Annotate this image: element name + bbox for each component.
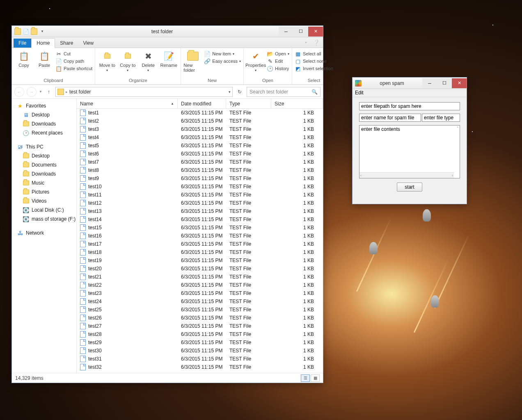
file-row[interactable]: test86/3/2015 11:15 PMTEST File1 KB: [77, 166, 323, 174]
tab-home[interactable]: Home: [31, 38, 55, 48]
file-row[interactable]: test186/3/2015 11:15 PMTEST File1 KB: [77, 248, 323, 256]
forward-button[interactable]: →: [27, 87, 37, 97]
scroll-up-icon[interactable]: ˄: [457, 126, 459, 130]
file-row[interactable]: test46/3/2015 11:15 PMTEST File1 KB: [77, 133, 323, 142]
sidebar-network[interactable]: 🖧Network: [14, 228, 75, 237]
file-row[interactable]: test16/3/2015 11:15 PMTEST File1 KB: [77, 109, 323, 117]
easy-access-button[interactable]: 🔗Easy access ▾: [204, 58, 241, 64]
explorer-titlebar[interactable]: 📄 ▼ test folder ─ ☐ ✕: [12, 26, 323, 37]
up-button[interactable]: ↑: [45, 89, 53, 95]
properties-icon[interactable]: 📄: [23, 28, 29, 35]
file-row[interactable]: test126/3/2015 11:15 PMTEST File1 KB: [77, 199, 323, 207]
file-row[interactable]: test276/3/2015 11:15 PMTEST File1 KB: [77, 322, 323, 330]
move-to-button[interactable]: Move to▾: [98, 50, 117, 72]
maximize-button[interactable]: ☐: [437, 78, 452, 88]
file-row[interactable]: test316/3/2015 11:15 PMTEST File1 KB: [77, 355, 323, 363]
file-row[interactable]: test196/3/2015 11:15 PMTEST File1 KB: [77, 256, 323, 265]
new-item-button[interactable]: 📄New item ▾: [204, 50, 241, 57]
file-row[interactable]: test286/3/2015 11:15 PMTEST File1 KB: [77, 330, 323, 338]
address-dropdown-icon[interactable]: ▾: [229, 90, 231, 94]
file-row[interactable]: test246/3/2015 11:15 PMTEST File1 KB: [77, 297, 323, 306]
sidebar-item-drive-f[interactable]: 💽mass of storage (F:): [14, 215, 75, 224]
file-row[interactable]: test66/3/2015 11:15 PMTEST File1 KB: [77, 150, 323, 158]
select-none-button[interactable]: ▢Select none: [295, 58, 333, 64]
file-row[interactable]: test36/3/2015 11:15 PMTEST File1 KB: [77, 125, 323, 133]
sidebar-item-music[interactable]: Music: [14, 178, 75, 187]
file-row[interactable]: test56/3/2015 11:15 PMTEST File1 KB: [77, 142, 323, 150]
filename-input[interactable]: [359, 114, 421, 122]
rename-button[interactable]: 📝Rename: [159, 50, 178, 68]
properties-button[interactable]: ✔Properties▾: [246, 50, 265, 72]
open-button[interactable]: 📂Open ▾: [267, 50, 289, 57]
file-row[interactable]: test26/3/2015 11:15 PMTEST File1 KB: [77, 117, 323, 125]
new-folder-button[interactable]: New folder: [183, 50, 202, 73]
file-row[interactable]: test96/3/2015 11:15 PMTEST File1 KB: [77, 174, 323, 183]
sidebar-item-desktop[interactable]: Desktop: [14, 151, 75, 160]
dialog-titlebar[interactable]: open spam ─ ☐ ✕: [353, 78, 467, 89]
copy-path-button[interactable]: 📄Copy path: [55, 58, 92, 64]
details-view-button[interactable]: ☰: [301, 374, 310, 382]
address-bar[interactable]: ▸ test folder ▾: [55, 87, 233, 97]
back-button[interactable]: ←: [14, 87, 24, 97]
sidebar-item-desktop[interactable]: 🖥Desktop: [14, 110, 75, 119]
start-button[interactable]: start: [397, 183, 422, 192]
copy-to-button[interactable]: Copy to▾: [118, 50, 137, 72]
file-row[interactable]: test206/3/2015 11:15 PMTEST File1 KB: [77, 265, 323, 273]
file-row[interactable]: test156/3/2015 11:15 PMTEST File1 KB: [77, 224, 323, 232]
edit-button[interactable]: ✎Edit: [267, 58, 289, 64]
help-icon[interactable]: ❔: [309, 38, 323, 48]
file-row[interactable]: test236/3/2015 11:15 PMTEST File1 KB: [77, 289, 323, 297]
file-row[interactable]: test226/3/2015 11:15 PMTEST File1 KB: [77, 281, 323, 289]
horizontal-scrollbar[interactable]: ‹›: [359, 172, 454, 178]
icons-view-button[interactable]: ▦: [311, 374, 320, 382]
paste-button[interactable]: 📋Paste: [35, 50, 54, 68]
breadcrumb-segment[interactable]: test folder: [69, 89, 91, 95]
file-row[interactable]: test146/3/2015 11:15 PMTEST File1 KB: [77, 215, 323, 224]
menu-edit[interactable]: Edit: [355, 90, 364, 96]
contents-textarea[interactable]: enter file contents ˄ ‹›: [359, 125, 460, 178]
maximize-button[interactable]: ☐: [293, 27, 308, 37]
sidebar-item-local-disk-c[interactable]: 💽Local Disk (C:): [14, 205, 75, 215]
sidebar-item-downloads[interactable]: Downloads: [14, 119, 75, 128]
recent-locations-icon[interactable]: ▼: [39, 90, 42, 94]
file-row[interactable]: test326/3/2015 11:15 PMTEST File1 KB: [77, 363, 323, 371]
filetype-input[interactable]: [422, 114, 460, 122]
sidebar-this-pc[interactable]: 🖳This PC: [14, 142, 75, 151]
close-button[interactable]: ✕: [308, 27, 323, 37]
delete-button[interactable]: ✖Delete▾: [139, 50, 158, 72]
file-row[interactable]: test136/3/2015 11:15 PMTEST File1 KB: [77, 207, 323, 215]
sidebar-item-documents[interactable]: Documents: [14, 160, 75, 169]
file-row[interactable]: test116/3/2015 11:15 PMTEST File1 KB: [77, 191, 323, 199]
file-row[interactable]: test306/3/2015 11:15 PMTEST File1 KB: [77, 347, 323, 355]
minimize-button[interactable]: ─: [279, 27, 293, 37]
file-row[interactable]: test266/3/2015 11:15 PMTEST File1 KB: [77, 314, 323, 322]
invert-selection-button[interactable]: ◩Invert selection: [295, 65, 333, 72]
refresh-button[interactable]: ↻: [235, 87, 244, 97]
sidebar-favorites[interactable]: ★Favorites: [14, 101, 75, 110]
file-row[interactable]: test216/3/2015 11:15 PMTEST File1 KB: [77, 273, 323, 281]
minimize-button[interactable]: ─: [422, 78, 437, 88]
close-button[interactable]: ✕: [452, 78, 467, 88]
file-list[interactable]: test16/3/2015 11:15 PMTEST File1 KBtest2…: [77, 109, 323, 373]
breadcrumb-chevron-icon[interactable]: ▸: [66, 90, 68, 94]
file-row[interactable]: test106/3/2015 11:15 PMTEST File1 KB: [77, 183, 323, 191]
scroll-left-icon[interactable]: ‹: [360, 173, 362, 178]
qat-dropdown-icon[interactable]: ▼: [39, 28, 46, 35]
sidebar-item-videos[interactable]: Videos: [14, 196, 75, 205]
tab-file[interactable]: File: [14, 39, 31, 48]
file-row[interactable]: test176/3/2015 11:15 PMTEST File1 KB: [77, 240, 323, 248]
tab-share[interactable]: Share: [55, 39, 78, 48]
filepath-input[interactable]: [359, 102, 460, 110]
copy-button[interactable]: 📋Copy: [14, 50, 33, 68]
sidebar-item-recent[interactable]: 🕑Recent places: [14, 128, 75, 137]
column-type[interactable]: Type: [226, 99, 271, 108]
file-row[interactable]: test296/3/2015 11:15 PMTEST File1 KB: [77, 338, 323, 347]
file-row[interactable]: test76/3/2015 11:15 PMTEST File1 KB: [77, 158, 323, 166]
file-row[interactable]: test256/3/2015 11:15 PMTEST File1 KB: [77, 306, 323, 314]
search-input[interactable]: Search test folder 🔍: [247, 87, 321, 97]
column-name[interactable]: Name▲: [77, 99, 178, 108]
sidebar-item-pictures[interactable]: Pictures: [14, 187, 75, 196]
column-date[interactable]: Date modified: [178, 99, 226, 108]
paste-shortcut-button[interactable]: 📋Paste shortcut: [55, 65, 92, 72]
new-folder-qat-icon[interactable]: [31, 28, 37, 35]
